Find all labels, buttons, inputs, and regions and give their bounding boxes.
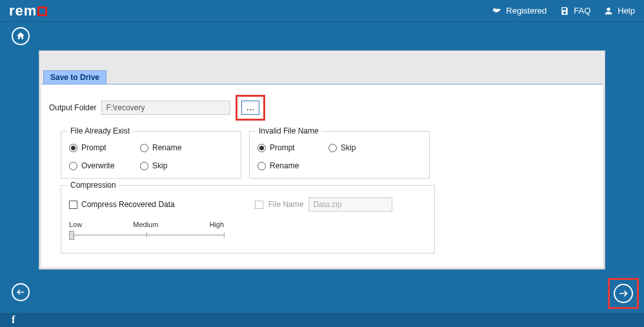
slider-high-label: High	[209, 221, 224, 228]
invalid-file-name-title: Invalid File Name	[256, 126, 321, 135]
registered-button[interactable]: Registered	[492, 6, 547, 16]
slider-thumb[interactable]	[69, 231, 74, 240]
next-button[interactable]	[614, 284, 633, 303]
radio-icon	[69, 144, 77, 152]
radio-icon	[257, 162, 266, 170]
options-row: File Already Exist Prompt Rename Overwri…	[61, 131, 595, 179]
exist-prompt-radio[interactable]: Prompt	[69, 143, 134, 152]
invalid-rename-label: Rename	[270, 161, 299, 170]
output-folder-input[interactable]	[101, 101, 230, 115]
home-row	[0, 22, 644, 50]
output-folder-label: Output Folder	[49, 103, 96, 112]
radio-icon	[328, 144, 337, 152]
exist-prompt-label: Prompt	[81, 143, 106, 152]
nav-bottom	[0, 282, 644, 306]
compress-checkbox-label: Compress Recovered Data	[81, 200, 175, 209]
invalid-prompt-label: Prompt	[270, 143, 295, 152]
invalid-skip-label: Skip	[341, 143, 356, 152]
save-icon	[559, 6, 570, 16]
main-panel: Save to Drive Output Folder ... File Alr…	[39, 50, 605, 270]
exist-skip-label: Skip	[152, 161, 167, 170]
filename-checkbox	[255, 201, 263, 209]
radio-icon	[140, 162, 148, 170]
tab-label: Save to Drive	[50, 73, 99, 82]
filename-label: File Name	[268, 200, 304, 209]
file-already-exist-title: File Already Exist	[68, 126, 132, 135]
invalid-file-name-group: Invalid File Name Prompt Skip Rename	[249, 131, 430, 179]
arrow-right-icon	[618, 288, 629, 299]
compression-title: Compression	[68, 181, 119, 190]
radio-icon	[69, 162, 77, 170]
checkbox-icon	[69, 201, 77, 209]
footer: f	[0, 313, 644, 327]
facebook-icon[interactable]: f	[12, 314, 15, 326]
radio-icon	[257, 144, 266, 152]
registered-label: Registered	[506, 6, 547, 15]
logo-square-icon	[37, 6, 47, 16]
browse-button[interactable]: ...	[241, 101, 259, 115]
file-already-exist-group: File Already Exist Prompt Rename Overwri…	[61, 131, 241, 179]
compress-checkbox[interactable]: Compress Recovered Data	[69, 200, 175, 209]
key-icon	[492, 6, 502, 16]
browse-highlight: ...	[236, 95, 265, 121]
slider-low-label: Low	[69, 221, 82, 228]
home-button[interactable]	[12, 27, 30, 45]
faq-button[interactable]: FAQ	[559, 6, 590, 16]
topbar-right: Registered FAQ Help	[492, 6, 635, 16]
radio-icon	[140, 144, 148, 152]
logo: rem	[9, 3, 47, 19]
slider-tick	[224, 232, 225, 238]
faq-label: FAQ	[574, 6, 590, 15]
exist-rename-radio[interactable]: Rename	[140, 143, 205, 152]
filename-input	[308, 197, 392, 212]
tab-save-to-drive[interactable]: Save to Drive	[43, 70, 106, 84]
person-icon	[603, 6, 614, 16]
slider-tick	[146, 232, 147, 238]
exist-overwrite-label: Overwrite	[81, 161, 114, 170]
exist-rename-label: Rename	[152, 143, 181, 152]
help-label: Help	[618, 6, 635, 15]
invalid-rename-radio[interactable]: Rename	[257, 161, 322, 170]
logo-text: rem	[9, 3, 37, 19]
output-folder-row: Output Folder ...	[49, 95, 595, 121]
compression-slider[interactable]	[69, 231, 224, 240]
arrow-left-icon	[15, 287, 26, 297]
slider-labels: Low Medium High	[69, 221, 224, 228]
home-icon	[15, 31, 26, 41]
compression-group: Compression Compress Recovered Data File…	[61, 185, 435, 253]
tab-strip: Save to Drive	[39, 70, 106, 84]
invalid-skip-radio[interactable]: Skip	[328, 143, 393, 152]
tab-body: Output Folder ... File Already Exist Pro…	[41, 84, 603, 267]
invalid-prompt-radio[interactable]: Prompt	[257, 143, 322, 152]
exist-overwrite-radio[interactable]: Overwrite	[69, 161, 134, 170]
next-highlight	[608, 278, 639, 309]
back-button[interactable]	[12, 283, 30, 301]
exist-skip-radio[interactable]: Skip	[140, 161, 205, 170]
help-button[interactable]: Help	[603, 6, 635, 16]
slider-medium-label: Medium	[133, 221, 158, 228]
top-bar: rem Registered FAQ Help	[0, 0, 644, 22]
